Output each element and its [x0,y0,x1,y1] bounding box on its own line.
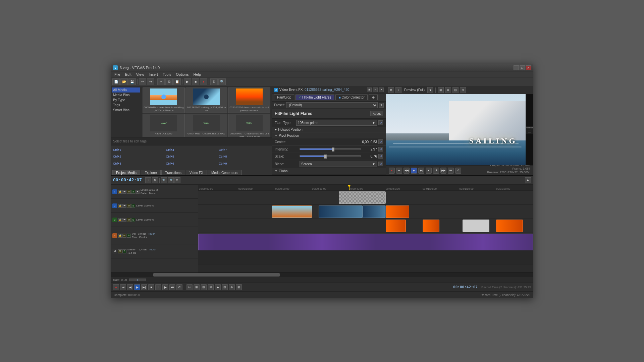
tl-btn-zoom-in[interactable]: 🔍 [161,177,167,183]
list-item[interactable]: WAV Glitch Hop - Chipsounds 2.WAV [185,114,228,137]
transport-play[interactable]: ▶ [134,284,140,290]
tab-hitfilm[interactable]: ✓ HitFilm Light Flares [296,95,334,100]
track-1-eye[interactable]: 👁 [122,190,126,194]
flare-type-dropdown[interactable]: 105mm prime ▼ [296,120,377,126]
play-btn[interactable]: ▶ [184,78,191,85]
intensity-handle[interactable] [332,147,334,152]
minimize-button[interactable]: ─ [514,65,519,70]
track-1-compose[interactable]: ✦ [136,190,140,194]
tree-media-bins[interactable]: Media Bins [112,93,140,98]
fx-about-btn[interactable]: About [370,111,383,116]
track-2-lock[interactable]: 🔒 [118,204,122,208]
transport-next-frame[interactable]: ▶ [162,284,168,290]
intensity-slider[interactable] [300,148,361,150]
clip-sunset-1[interactable] [386,205,409,218]
fx-grid-btn[interactable]: ⊞ [367,87,372,92]
transport-stop[interactable]: ■ [148,284,154,290]
track-2-eye[interactable]: 👁 [122,204,126,208]
transport-loop[interactable]: ↺ [176,284,182,290]
timeline-scrollbar[interactable] [111,273,533,277]
track-3-lock[interactable]: 🔒 [118,218,122,222]
zoom-btn[interactable]: 🔍 [218,78,226,85]
tl-btn-properties[interactable]: ⚙ [152,177,158,183]
menu-view[interactable]: View [134,71,146,77]
tree-smart-bins[interactable]: Smart Bins [112,108,140,113]
preview-master[interactable]: M [460,87,466,93]
transport-snip[interactable]: ⧉ [208,284,214,290]
transport-go-end[interactable]: ⏭ [169,284,175,290]
blend-dropdown[interactable]: Screen ▼ [300,161,377,167]
paste-btn[interactable]: 📋 [173,78,181,85]
undo-btn[interactable]: ↩ [139,78,146,85]
preview-quality-drop[interactable]: ▼ [427,87,433,93]
master-mute-btn[interactable]: M [118,249,122,253]
menu-help[interactable]: Help [191,71,203,77]
tl-btn-snap[interactable]: ⊞ [174,177,180,183]
fx-list-btn[interactable]: ≡ [373,87,378,92]
preview-go-end-btn[interactable]: ⏭ [448,168,454,174]
preview-pause-btn[interactable]: ⏸ [433,168,439,174]
global-header[interactable]: ▼ Global [272,168,386,174]
preview-go-start-btn[interactable]: ⏮ [396,168,402,174]
menu-options[interactable]: Options [174,71,191,77]
intensity-reset-btn[interactable]: ↺ [378,147,383,152]
maximize-button[interactable]: □ [520,65,525,70]
close-button[interactable]: ✕ [526,65,531,70]
stop-btn[interactable]: ■ [192,78,199,85]
track-2-mute[interactable]: M [127,204,131,208]
preview-loop-btn[interactable]: ↺ [455,168,461,174]
tree-all-media[interactable]: All Media [112,87,140,93]
flare-type-reset-btn[interactable]: ↺ [378,120,383,125]
tags-input-area[interactable] [111,137,272,145]
track-1-lock[interactable]: 🔒 [118,190,122,194]
clip-beach-1[interactable] [272,205,312,218]
tl-btn-zoom-out[interactable]: 🔎 [168,177,174,183]
transport-pause[interactable]: ⏸ [155,284,161,290]
redo-btn[interactable]: ↪ [147,78,154,85]
tags-field[interactable] [113,139,270,143]
scale-slider[interactable] [300,155,361,157]
menu-edit[interactable]: Edit [123,71,133,77]
tab-explorer[interactable]: Explorer [141,170,161,175]
tl-btn-marker[interactable]: ▶ [525,177,531,183]
rate-slider[interactable] [129,279,146,281]
pivot-header[interactable]: ▼ Pivot Position [272,133,386,138]
list-item[interactable]: 022167636-beach-sunset-birds-flyaway-rea… [228,87,270,113]
blend-reset-btn[interactable]: ↺ [378,162,383,166]
preview-stop-btn[interactable]: ■ [426,168,432,174]
track-4-lock[interactable]: 🔒 [118,234,122,238]
preview-prev-frame-btn[interactable]: ◀◀ [404,168,410,174]
transport-edit-1[interactable]: ✂ [186,284,193,290]
center-reset-btn[interactable]: ↺ [378,139,383,144]
track-3-mute[interactable]: M [127,218,131,222]
track-4-solo[interactable]: S [127,234,131,238]
preset-options-btn[interactable]: ▼ [379,103,384,108]
transport-marker[interactable]: ▶ [215,284,221,290]
scrollbar-thumb[interactable] [153,273,280,277]
menu-tools[interactable]: Tools [161,71,173,77]
preview-zoom-in[interactable]: ⊞ [438,87,444,93]
track-1-solo[interactable]: S [131,190,135,194]
list-item[interactable]: 011285662-sailing_H264_420.mov [185,87,228,113]
list-item[interactable]: 00098010-sunset-beach-wedding_H264_420.m… [143,87,185,113]
preview-play-from-btn[interactable]: ▶| [418,168,424,174]
track-4-mute[interactable]: M [122,234,126,238]
menu-insert[interactable]: Insert [147,71,160,77]
transport-edit-2[interactable]: ⊞ [194,284,200,290]
cut-btn[interactable]: ✂ [157,78,165,85]
preview-split[interactable]: ⊟ [452,87,459,93]
track-1-mute[interactable]: M [127,190,131,194]
preview-add-btn[interactable]: + [395,87,401,93]
clip-sailing-2[interactable] [362,205,386,218]
tab-media-generators[interactable]: Media Generators [208,170,242,175]
transport-record-btn[interactable]: ● [113,284,119,290]
list-item[interactable]: WAV Glitch Hop - Chipsounds and Glitches… [228,114,270,137]
tab-transitions[interactable]: Transitions [161,170,185,175]
tab-color[interactable]: ■ Color Corrector [335,95,367,100]
timeline-ruler[interactable]: 00:00:00:00 00:00:10:00 00:00:20:00 00:0… [198,185,533,191]
preview-next-frame-btn[interactable]: ▶▶ [440,168,446,174]
clip-video-text[interactable] [339,191,386,204]
preset-select[interactable]: (Default) [286,102,378,108]
transport-cmd[interactable]: ⊛ [229,284,235,290]
render-btn[interactable]: ⚙ [210,78,218,85]
